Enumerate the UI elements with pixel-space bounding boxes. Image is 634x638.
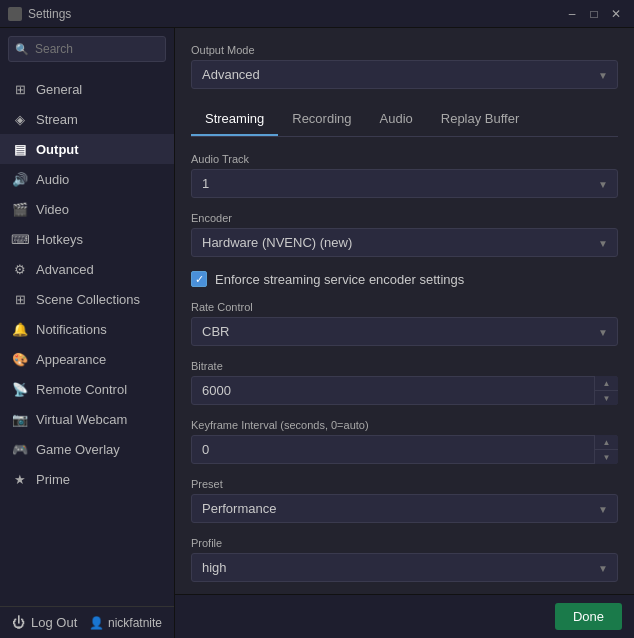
- checkmark-icon: ✓: [195, 273, 204, 286]
- preset-select-wrap[interactable]: Max Quality Quality Balanced Performance…: [191, 494, 618, 523]
- sidebar-item-label: Virtual Webcam: [36, 412, 127, 427]
- keyframe-up-button[interactable]: ▲: [595, 435, 618, 450]
- notifications-icon: 🔔: [12, 321, 28, 337]
- titlebar: Settings – □ ✕: [0, 0, 634, 28]
- profile-select[interactable]: high main baseline auto: [191, 553, 618, 582]
- sidebar-item-label: Remote Control: [36, 382, 127, 397]
- tab-streaming[interactable]: Streaming: [191, 103, 278, 136]
- titlebar-left: Settings: [8, 7, 71, 21]
- done-button[interactable]: Done: [555, 603, 622, 630]
- sidebar-item-label: Game Overlay: [36, 442, 120, 457]
- app-icon: [8, 7, 22, 21]
- sidebar-item-advanced[interactable]: ⚙ Advanced: [0, 254, 174, 284]
- maximize-button[interactable]: □: [584, 4, 604, 24]
- encoder-select-wrap[interactable]: Hardware (NVENC) (new) Software (x264) ▼: [191, 228, 618, 257]
- titlebar-controls[interactable]: – □ ✕: [562, 4, 626, 24]
- game-overlay-icon: 🎮: [12, 441, 28, 457]
- sidebar-item-label: Prime: [36, 472, 70, 487]
- user-icon: 👤: [89, 616, 104, 630]
- keyframe-input[interactable]: [191, 435, 618, 464]
- sidebar-item-prime[interactable]: ★ Prime: [0, 464, 174, 494]
- sidebar-item-notifications[interactable]: 🔔 Notifications: [0, 314, 174, 344]
- profile-select-wrap[interactable]: high main baseline auto ▼: [191, 553, 618, 582]
- bitrate-label: Bitrate: [191, 360, 618, 372]
- content-area: Output Mode Advanced Simple ▼ Streaming …: [175, 28, 634, 638]
- keyframe-label: Keyframe Interval (seconds, 0=auto): [191, 419, 618, 431]
- tab-replay-buffer[interactable]: Replay Buffer: [427, 103, 534, 136]
- logout-icon: ⏻: [12, 615, 25, 630]
- stream-icon: ◈: [12, 111, 28, 127]
- sidebar-item-virtual-webcam[interactable]: 📷 Virtual Webcam: [0, 404, 174, 434]
- hotkeys-icon: ⌨: [12, 231, 28, 247]
- scene-collections-icon: ⊞: [12, 291, 28, 307]
- sidebar-item-label: Video: [36, 202, 69, 217]
- enforce-label: Enforce streaming service encoder settin…: [215, 272, 464, 287]
- sidebar-item-label: Scene Collections: [36, 292, 140, 307]
- enforce-checkbox[interactable]: ✓: [191, 271, 207, 287]
- sidebar-item-label: General: [36, 82, 82, 97]
- bitrate-input-wrap[interactable]: ▲ ▼: [191, 376, 618, 405]
- general-icon: ⊞: [12, 81, 28, 97]
- audio-track-select-wrap[interactable]: 1 2 3 4 5 6 ▼: [191, 169, 618, 198]
- search-icon: 🔍: [15, 43, 29, 56]
- username-area: 👤 nickfatnite: [89, 616, 162, 630]
- tabs: Streaming Recording Audio Replay Buffer: [191, 103, 618, 137]
- advanced-icon: ⚙: [12, 261, 28, 277]
- sidebar-item-output[interactable]: ▤ Output: [0, 134, 174, 164]
- encoder-label: Encoder: [191, 212, 618, 224]
- keyframe-down-button[interactable]: ▼: [595, 450, 618, 464]
- preset-select[interactable]: Max Quality Quality Balanced Performance…: [191, 494, 618, 523]
- sidebar-item-label: Audio: [36, 172, 69, 187]
- search-input[interactable]: [8, 36, 166, 62]
- sidebar-item-video[interactable]: 🎬 Video: [0, 194, 174, 224]
- sidebar-item-appearance[interactable]: 🎨 Appearance: [0, 344, 174, 374]
- output-mode-label: Output Mode: [191, 44, 618, 56]
- titlebar-title: Settings: [28, 7, 71, 21]
- search-box[interactable]: 🔍: [8, 36, 166, 62]
- minimize-button[interactable]: –: [562, 4, 582, 24]
- sidebar-item-audio[interactable]: 🔊 Audio: [0, 164, 174, 194]
- remote-control-icon: 📡: [12, 381, 28, 397]
- bitrate-input[interactable]: [191, 376, 618, 405]
- virtual-webcam-icon: 📷: [12, 411, 28, 427]
- output-mode-select[interactable]: Advanced Simple: [191, 60, 618, 89]
- rate-control-select-wrap[interactable]: CBR VBR CQP lossless ▼: [191, 317, 618, 346]
- sidebar-item-stream[interactable]: ◈ Stream: [0, 104, 174, 134]
- sidebar-item-game-overlay[interactable]: 🎮 Game Overlay: [0, 434, 174, 464]
- main-layout: 🔍 ⊞ General ◈ Stream ▤ Output 🔊 Audio: [0, 28, 634, 638]
- logout-button[interactable]: ⏻ Log Out: [12, 615, 77, 630]
- keyframe-input-wrap[interactable]: ▲ ▼: [191, 435, 618, 464]
- sidebar-item-hotkeys[interactable]: ⌨ Hotkeys: [0, 224, 174, 254]
- audio-track-select[interactable]: 1 2 3 4 5 6: [191, 169, 618, 198]
- logout-label: Log Out: [31, 615, 77, 630]
- preset-label: Preset: [191, 478, 618, 490]
- sidebar-item-general[interactable]: ⊞ General: [0, 74, 174, 104]
- close-button[interactable]: ✕: [606, 4, 626, 24]
- bitrate-down-button[interactable]: ▼: [595, 391, 618, 405]
- audio-icon: 🔊: [12, 171, 28, 187]
- sidebar-item-scene-collections[interactable]: ⊞ Scene Collections: [0, 284, 174, 314]
- prime-icon: ★: [12, 471, 28, 487]
- rate-control-select[interactable]: CBR VBR CQP lossless: [191, 317, 618, 346]
- bitrate-up-button[interactable]: ▲: [595, 376, 618, 391]
- keyframe-spinners: ▲ ▼: [594, 435, 618, 464]
- sidebar-item-remote-control[interactable]: 📡 Remote Control: [0, 374, 174, 404]
- sidebar-item-label: Notifications: [36, 322, 107, 337]
- encoder-select[interactable]: Hardware (NVENC) (new) Software (x264): [191, 228, 618, 257]
- tab-recording[interactable]: Recording: [278, 103, 365, 136]
- sidebar-item-label: Appearance: [36, 352, 106, 367]
- username-label: nickfatnite: [108, 616, 162, 630]
- tab-audio[interactable]: Audio: [366, 103, 427, 136]
- sidebar-item-label: Hotkeys: [36, 232, 83, 247]
- enforce-checkbox-row[interactable]: ✓ Enforce streaming service encoder sett…: [191, 271, 618, 287]
- footer-bar: Done: [175, 594, 634, 638]
- output-mode-select-wrap[interactable]: Advanced Simple ▼: [191, 60, 618, 89]
- sidebar-nav: ⊞ General ◈ Stream ▤ Output 🔊 Audio 🎬 Vi…: [0, 70, 174, 606]
- audio-track-label: Audio Track: [191, 153, 618, 165]
- sidebar-item-label: Output: [36, 142, 79, 157]
- rate-control-label: Rate Control: [191, 301, 618, 313]
- bitrate-spinners: ▲ ▼: [594, 376, 618, 405]
- appearance-icon: 🎨: [12, 351, 28, 367]
- sidebar-item-label: Advanced: [36, 262, 94, 277]
- sidebar: 🔍 ⊞ General ◈ Stream ▤ Output 🔊 Audio: [0, 28, 175, 638]
